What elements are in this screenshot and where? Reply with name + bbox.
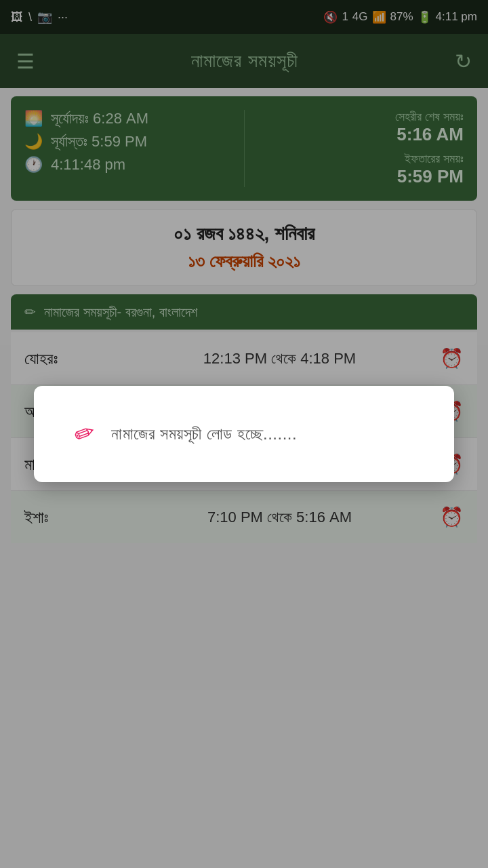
- pencil-icon: ✏: [70, 417, 100, 451]
- loading-dialog: ✏ নামাজের সময়সূচী লোড হচ্ছে.......: [34, 386, 454, 482]
- loading-text: নামাজের সময়সূচী লোড হচ্ছে.......: [111, 425, 297, 443]
- loading-overlay: ✏ নামাজের সময়সূচী লোড হচ্ছে.......: [0, 0, 488, 868]
